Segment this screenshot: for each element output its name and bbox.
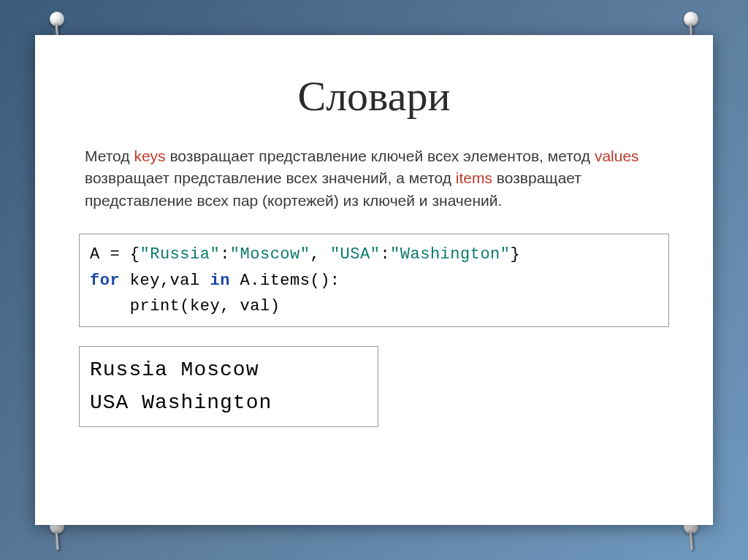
keyword-items: items [456,169,492,186]
desc-text: Метод [85,147,134,164]
desc-text: возвращает представление ключей всех эле… [166,147,595,164]
slide-card: Словари Метод keys возвращает представле… [35,35,713,525]
output-line: Russia Moscow [90,358,259,381]
slide-description: Метод keys возвращает представление ключ… [79,145,669,212]
keyword-keys: keys [134,147,165,164]
slide-title: Словари [79,72,669,120]
keyword-values: values [595,147,639,164]
output-snippet: Russia Moscow USA Washington [79,346,378,428]
output-line: USA Washington [90,391,272,414]
code-snippet: A = {"Russia":"Moscow", "USA":"Washingto… [79,234,669,327]
desc-text: возвращает представление всех значений, … [85,169,456,186]
